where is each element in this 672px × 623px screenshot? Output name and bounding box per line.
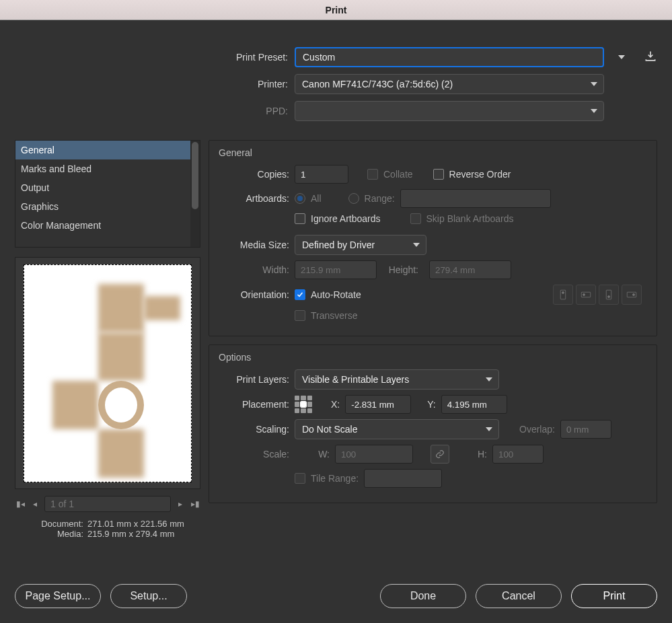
category-item-output[interactable]: Output [15, 178, 190, 197]
media-label: Media: [15, 529, 87, 539]
done-button[interactable]: Done [380, 584, 466, 608]
reverse-order-label: Reverse Order [449, 169, 511, 180]
category-list: GeneralMarks and BleedOutputGraphicsColo… [15, 140, 200, 248]
media-size-label: Media Size: [219, 240, 289, 250]
width-label: Width: [219, 264, 289, 275]
media-value: 215.9 mm x 279.4 mm [87, 529, 174, 539]
width-input [295, 260, 377, 279]
orientation-label: Orientation: [219, 289, 289, 300]
ignore-artboards-checkbox[interactable] [295, 213, 305, 224]
portrait-down-icon [599, 285, 619, 305]
media-size-select[interactable]: Defined by Driver [295, 235, 426, 255]
skip-blank-label: Skip Blank Artboards [426, 213, 514, 224]
print-button[interactable]: Print [571, 584, 657, 608]
print-layers-select[interactable]: Visible & Printable Layers [295, 369, 499, 390]
h-input [492, 445, 544, 464]
cancel-button[interactable]: Cancel [476, 584, 562, 608]
printer-label: Printer: [15, 79, 295, 89]
category-item-general[interactable]: General [15, 141, 190, 159]
auto-rotate-label: Auto-Rotate [311, 289, 361, 300]
all-label: All [311, 193, 322, 204]
placement-label: Placement: [219, 399, 289, 410]
height-input [429, 260, 511, 279]
print-layers-label: Print Layers: [219, 374, 289, 385]
pager-last-icon[interactable]: ▸▮ [190, 499, 200, 509]
scaling-label: Scaling: [219, 424, 289, 435]
tile-range-checkbox [295, 473, 305, 484]
scale-label: Scale: [219, 449, 289, 460]
reverse-order-checkbox[interactable] [433, 169, 444, 180]
ignore-artboards-label: Ignore Artboards [311, 213, 381, 224]
portrait-up-icon [553, 285, 573, 305]
copies-label: Copies: [219, 169, 289, 180]
tile-range-input [364, 469, 442, 488]
document-value: 271.01 mm x 221.56 mm [87, 519, 184, 529]
placement-grid[interactable] [295, 396, 312, 413]
collate-checkbox [367, 169, 378, 180]
w-input [335, 445, 413, 464]
options-section: Options Print Layers: Visible & Printabl… [209, 344, 657, 503]
preset-label: Print Preset: [15, 52, 295, 63]
link-icon [431, 445, 449, 464]
overlap-input [560, 420, 611, 439]
overlap-label: Overlap: [519, 424, 555, 435]
auto-rotate-checkbox[interactable] [295, 289, 305, 300]
titlebar: Print [0, 0, 672, 20]
document-label: Document: [15, 519, 87, 529]
svg-point-3 [583, 294, 585, 296]
range-input [400, 189, 551, 208]
ppd-label: PPD: [15, 106, 295, 116]
general-title: General [219, 147, 647, 158]
pager-prev-icon[interactable]: ◂ [30, 499, 40, 509]
window-title: Print [326, 5, 347, 15]
landscape-left-icon [576, 285, 596, 305]
category-item-graphics[interactable]: Graphics [15, 197, 190, 216]
printer-select[interactable]: Canon MF741C/743C (a7:5d:6c) (2) [295, 74, 604, 94]
transverse-checkbox [295, 310, 305, 321]
skip-blank-checkbox [410, 213, 421, 224]
copies-input[interactable] [295, 165, 348, 184]
preset-select[interactable]: Custom [295, 47, 604, 67]
range-radio [348, 193, 359, 204]
landscape-right-icon [622, 285, 642, 305]
category-item-color-management[interactable]: Color Management [15, 216, 190, 235]
height-label: Height: [382, 264, 424, 275]
all-radio [295, 193, 305, 204]
pager-field[interactable]: 1 of 1 [44, 496, 171, 512]
x-input[interactable] [345, 395, 411, 414]
save-preset-icon[interactable] [644, 50, 657, 65]
w-label: W: [295, 449, 330, 460]
svg-point-1 [562, 292, 564, 294]
preview-area [15, 257, 200, 489]
pager-next-icon[interactable]: ▸ [175, 499, 186, 509]
svg-point-5 [608, 296, 610, 298]
tile-range-label: Tile Range: [311, 473, 359, 484]
x-label: X: [331, 399, 340, 410]
y-input[interactable] [441, 395, 507, 414]
svg-point-7 [633, 294, 635, 296]
pager-first-icon[interactable]: ▮◂ [15, 499, 26, 509]
category-scrollbar[interactable] [190, 141, 200, 247]
setup-button[interactable]: Setup... [110, 584, 187, 608]
transverse-label: Transverse [311, 310, 358, 321]
artboards-label: Artboards: [219, 193, 289, 204]
options-title: Options [219, 352, 647, 363]
general-section: General Copies: Collate Reverse Order Ar… [209, 140, 657, 336]
range-label: Range: [365, 193, 395, 204]
y-label: Y: [427, 399, 435, 410]
scaling-select[interactable]: Do Not Scale [295, 419, 499, 439]
page-setup-button[interactable]: Page Setup... [15, 584, 101, 608]
category-item-marks-and-bleed[interactable]: Marks and Bleed [15, 159, 190, 178]
collate-label: Collate [383, 169, 413, 180]
h-label: H: [455, 449, 487, 460]
ppd-select [295, 101, 604, 121]
